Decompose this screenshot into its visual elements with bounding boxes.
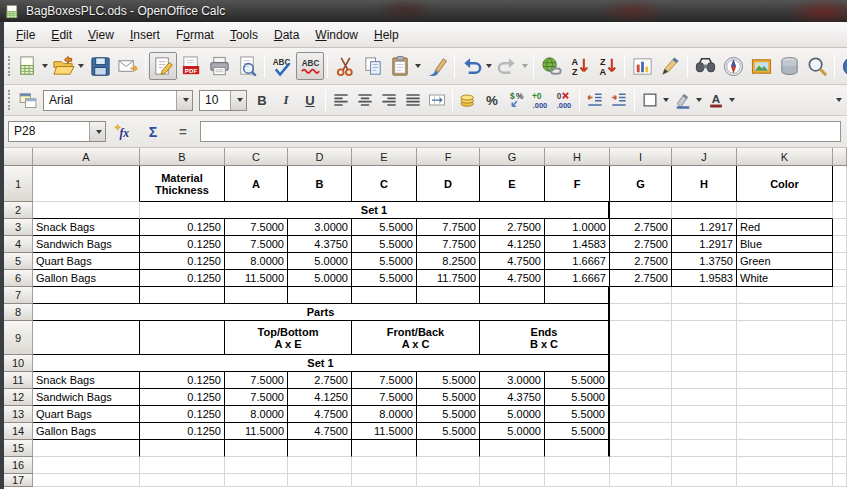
cell-G16[interactable] xyxy=(480,457,545,474)
cell-H15[interactable] xyxy=(545,440,610,457)
cell-I5[interactable]: 2.7500 xyxy=(610,253,672,270)
cell-I13[interactable] xyxy=(610,406,672,423)
cell-C14[interactable]: 11.5000 xyxy=(225,423,288,440)
cell-G1[interactable]: E xyxy=(480,166,545,202)
cell-J10[interactable] xyxy=(672,355,737,372)
cell-B5[interactable]: 0.1250 xyxy=(140,253,225,270)
cell-K12[interactable] xyxy=(737,389,833,406)
cell-E6[interactable]: 5.5000 xyxy=(352,270,417,287)
edit-file-button[interactable] xyxy=(149,52,177,80)
cell-I12[interactable] xyxy=(610,389,672,406)
cell-K7[interactable] xyxy=(737,287,833,304)
cell-K4[interactable]: Blue xyxy=(737,236,833,253)
cell-H14[interactable]: 5.5000 xyxy=(545,423,610,440)
copy-button[interactable] xyxy=(359,52,387,80)
cell-B7[interactable] xyxy=(140,287,225,304)
cell-J14[interactable] xyxy=(672,423,737,440)
cell-partial-14[interactable] xyxy=(833,423,847,440)
cell-G6[interactable]: 4.7500 xyxy=(480,270,545,287)
cell-F17[interactable] xyxy=(417,474,480,487)
cell-H12[interactable]: 5.5000 xyxy=(545,389,610,406)
cell-J9[interactable] xyxy=(672,321,737,355)
cell-H1[interactable]: F xyxy=(545,166,610,202)
cell-D4[interactable]: 4.3750 xyxy=(288,236,352,253)
cell-I6[interactable]: 2.7500 xyxy=(610,270,672,287)
cell-I3[interactable]: 2.7500 xyxy=(610,219,672,236)
row-header-5[interactable]: 5 xyxy=(4,253,33,270)
cell-E1[interactable]: C xyxy=(352,166,417,202)
row-header-4[interactable]: 4 xyxy=(4,236,33,253)
cell-H7[interactable] xyxy=(545,287,610,304)
gallery-button[interactable] xyxy=(747,52,775,80)
cell-I17[interactable] xyxy=(610,474,672,487)
cell-C5[interactable]: 8.0000 xyxy=(225,253,288,270)
cell-partial-10[interactable] xyxy=(833,355,847,372)
cell-G4[interactable]: 4.1250 xyxy=(480,236,545,253)
column-header-E[interactable]: E xyxy=(352,148,417,166)
cell-B9[interactable] xyxy=(140,321,225,355)
column-header-I[interactable]: I xyxy=(610,148,672,166)
cell-J5[interactable]: 1.3750 xyxy=(672,253,737,270)
cell-E5[interactable]: 5.5000 xyxy=(352,253,417,270)
cell-C13[interactable]: 8.0000 xyxy=(225,406,288,423)
chevron-down-icon[interactable] xyxy=(230,91,246,110)
cell-E4[interactable]: 5.5000 xyxy=(352,236,417,253)
styles-button[interactable] xyxy=(16,88,40,112)
row-header-6[interactable]: 6 xyxy=(4,270,33,287)
function-wizard-button[interactable]: fx xyxy=(110,120,136,144)
name-box[interactable]: P28 xyxy=(8,121,106,142)
cell-C7[interactable] xyxy=(225,287,288,304)
menu-window[interactable]: Window xyxy=(307,24,366,46)
row-header-8[interactable]: 8 xyxy=(4,304,33,321)
cell-C11[interactable]: 7.5000 xyxy=(225,372,288,389)
cell-K14[interactable] xyxy=(737,423,833,440)
cell-partial-7[interactable] xyxy=(833,287,847,304)
column-header-F[interactable]: F xyxy=(417,148,480,166)
menu-view[interactable]: View xyxy=(80,24,122,46)
cell-E7[interactable] xyxy=(352,287,417,304)
cell-H6[interactable]: 1.6667 xyxy=(545,270,610,287)
cell-A12[interactable]: Sandwich Bags xyxy=(33,389,140,406)
cell-A9[interactable] xyxy=(33,321,140,355)
cell-D11[interactable]: 2.7500 xyxy=(288,372,352,389)
cell-G11[interactable]: 3.0000 xyxy=(480,372,545,389)
data-sources-button[interactable] xyxy=(775,52,803,80)
justify-button[interactable] xyxy=(401,88,425,112)
cell-I2[interactable] xyxy=(610,202,672,219)
cell-G3[interactable]: 2.7500 xyxy=(480,219,545,236)
row-header-13[interactable]: 13 xyxy=(4,406,33,423)
cell-F16[interactable] xyxy=(417,457,480,474)
row-header-14[interactable]: 14 xyxy=(4,423,33,440)
chart-button[interactable] xyxy=(628,52,656,80)
cell-B13[interactable]: 0.1250 xyxy=(140,406,225,423)
menu-help[interactable]: Help xyxy=(366,24,407,46)
cell-C12[interactable]: 7.5000 xyxy=(225,389,288,406)
cell-B4[interactable]: 0.1250 xyxy=(140,236,225,253)
cell-D16[interactable] xyxy=(288,457,352,474)
currency-format-button[interactable] xyxy=(456,88,480,112)
cell-C6[interactable]: 11.5000 xyxy=(225,270,288,287)
menu-format[interactable]: Format xyxy=(168,24,222,46)
formula-input-line[interactable] xyxy=(200,121,841,142)
cell-F6[interactable]: 11.7500 xyxy=(417,270,480,287)
cell-C17[interactable] xyxy=(225,474,288,487)
cell-G7[interactable] xyxy=(480,287,545,304)
cell-A5[interactable]: Quart Bags xyxy=(33,253,140,270)
align-right-button[interactable] xyxy=(377,88,401,112)
row-header-10[interactable]: 10 xyxy=(4,355,33,372)
cell-D3[interactable]: 3.0000 xyxy=(288,219,352,236)
cell-partial-3[interactable] xyxy=(833,219,847,236)
font-size-combo[interactable]: 10 xyxy=(199,90,247,111)
align-center-button[interactable] xyxy=(353,88,377,112)
cell-A13[interactable]: Quart Bags xyxy=(33,406,140,423)
cell-partial-8[interactable] xyxy=(833,304,847,321)
cell-K15[interactable] xyxy=(737,440,833,457)
cell-A6[interactable]: Gallon Bags xyxy=(33,270,140,287)
cell-J17[interactable] xyxy=(672,474,737,487)
cell-K1[interactable]: Color xyxy=(737,166,833,202)
cell-D15[interactable] xyxy=(288,440,352,457)
cell-K13[interactable] xyxy=(737,406,833,423)
cell-A7[interactable] xyxy=(33,287,140,304)
column-header-J[interactable]: J xyxy=(672,148,737,166)
cell-H4[interactable]: 1.4583 xyxy=(545,236,610,253)
